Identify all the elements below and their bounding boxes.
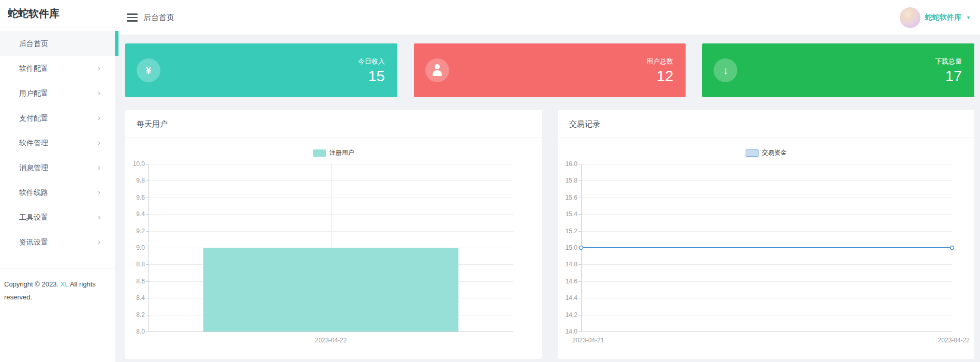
download-icon: ↓ (714, 58, 737, 82)
chart-marker (580, 246, 583, 250)
chart-marker (951, 246, 954, 250)
y-axis-label: 8.0 (125, 328, 145, 335)
y-axis-tick (146, 331, 149, 332)
sidebar-item-label: 软件配置 (19, 64, 48, 72)
y-axis-label: 8.2 (125, 312, 145, 318)
user-icon (425, 58, 449, 82)
yen-icon: ¥ (137, 58, 160, 82)
y-axis-label: 9.0 (125, 245, 145, 251)
panel-title: 每天用户 (125, 110, 542, 138)
chevron-right-icon: › (98, 205, 100, 230)
chevron-right-icon: › (98, 130, 100, 155)
x-axis-label: 2023-04-21 (572, 337, 604, 344)
sidebar: 蛇蛇软件库 后台首页 软件配置 › 用户配置 › 支付配置 › 软件管理 › 消… (0, 0, 115, 362)
x-axis-label: 2023-04-22 (292, 337, 370, 344)
sidebar-item-label: 工具设置 (19, 213, 48, 221)
sidebar-item-software-manage[interactable]: 软件管理 › (0, 130, 115, 155)
legend-registered-users[interactable]: 注册用户 (125, 148, 542, 157)
stat-card-users: 用户总数 12 (414, 43, 686, 97)
main-content: ¥ 今日收入 15 用户总数 12 ↓ 下载总量 17 每天用户 (115, 35, 980, 362)
stat-label: 今日收入 (358, 57, 385, 66)
sidebar-item-label: 软件线路 (19, 188, 48, 197)
y-axis-label: 9.6 (125, 194, 145, 201)
chevron-down-icon: ▼ (966, 15, 971, 20)
chevron-right-icon: › (98, 155, 100, 180)
copyright-link[interactable]: XL (61, 280, 68, 288)
chevron-right-icon: › (98, 230, 100, 254)
copyright-text: Copyright © 2023. (4, 280, 61, 288)
chart-line (558, 138, 974, 358)
stat-card-income: ¥ 今日收入 15 (125, 43, 397, 97)
stat-cards: ¥ 今日收入 15 用户总数 12 ↓ 下载总量 17 (125, 43, 974, 97)
sidebar-item-payment-config[interactable]: 支付配置 › (0, 105, 115, 130)
y-axis-label: 8.6 (125, 278, 145, 284)
page-title: 后台首页 (143, 0, 174, 35)
chevron-right-icon: › (98, 81, 100, 105)
app-logo: 蛇蛇软件库 (0, 0, 115, 27)
sidebar-item-dashboard[interactable]: 后台首页 (0, 31, 115, 56)
stat-card-downloads: ↓ 下载总量 17 (702, 43, 974, 97)
stat-value: 12 (657, 68, 673, 85)
sidebar-item-label: 消息管理 (19, 163, 48, 172)
sidebar-item-software-config[interactable]: 软件配置 › (0, 56, 115, 81)
legend-label: 注册用户 (330, 148, 354, 157)
user-menu[interactable]: 蛇蛇软件库 ▼ (900, 0, 971, 35)
sidebar-item-software-lines[interactable]: 软件线路 › (0, 180, 115, 205)
chevron-right-icon: › (98, 105, 100, 130)
stat-label: 下载总量 (935, 57, 962, 66)
sidebar-item-label: 软件管理 (19, 139, 48, 147)
sidebar-nav: 后台首页 软件配置 › 用户配置 › 支付配置 › 软件管理 › 消息管理 › … (0, 27, 115, 254)
y-axis-label: 8.4 (125, 295, 145, 301)
menu-toggle-icon[interactable] (127, 13, 138, 24)
y-axis-line (149, 164, 149, 331)
daily-users-panel: 每天用户 注册用户 10.09.89.69.49.29.08.88.68.48.… (125, 110, 542, 359)
sidebar-item-label: 后台首页 (19, 39, 48, 48)
sidebar-item-news-settings[interactable]: 资讯设置 › (0, 230, 115, 254)
y-axis-label: 9.4 (125, 211, 145, 217)
y-axis-label: 9.8 (125, 177, 145, 184)
transactions-line-chart: 交易资金 16.015.815.615.415.215.014.814.614.… (558, 138, 974, 358)
chart-bar (203, 248, 459, 331)
chevron-right-icon: › (98, 180, 100, 205)
stat-value: 15 (368, 68, 384, 85)
gridline (149, 331, 513, 332)
chart-panels: 每天用户 注册用户 10.09.89.69.49.29.08.88.68.48.… (125, 110, 974, 359)
user-name[interactable]: 蛇蛇软件库 (925, 13, 961, 22)
stat-label: 用户总数 (646, 57, 673, 66)
legend-swatch (313, 149, 326, 157)
stat-value: 17 (945, 68, 962, 85)
transactions-panel: 交易记录 交易资金 16.015.815.615.415.215.014.814… (558, 110, 974, 359)
y-axis-label: 9.2 (125, 228, 145, 234)
sidebar-item-label: 用户配置 (19, 89, 48, 97)
sidebar-item-label: 资讯设置 (19, 238, 48, 246)
x-axis-label: 2023-04-22 (938, 337, 970, 344)
copyright: Copyright © 2023. XL All rights reserved… (0, 268, 115, 304)
y-axis-label: 8.8 (125, 261, 145, 267)
sidebar-item-label: 支付配置 (19, 114, 48, 122)
y-axis-label: 10.0 (125, 161, 145, 167)
sidebar-item-message-manage[interactable]: 消息管理 › (0, 155, 115, 180)
chevron-right-icon: › (98, 56, 100, 81)
top-header: 后台首页 蛇蛇软件库 ▼ (115, 0, 980, 35)
sidebar-item-user-config[interactable]: 用户配置 › (0, 81, 115, 105)
panel-title: 交易记录 (558, 110, 974, 138)
daily-users-bar-chart: 注册用户 10.09.89.69.49.29.08.88.68.48.28.02… (125, 138, 542, 358)
sidebar-item-tool-settings[interactable]: 工具设置 › (0, 205, 115, 230)
user-avatar[interactable] (900, 7, 920, 28)
